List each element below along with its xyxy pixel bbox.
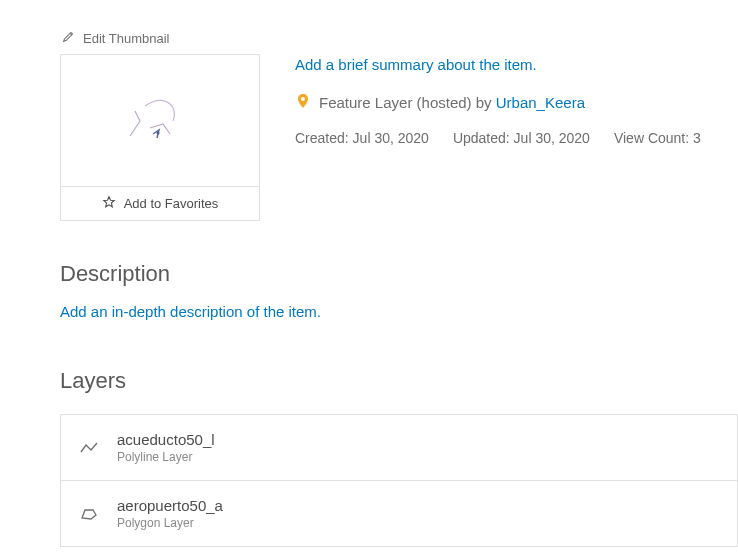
layer-type: Polyline Layer — [117, 450, 215, 464]
layer-row[interactable]: acueducto50_l Polyline Layer — [60, 414, 738, 481]
updated-value: Jul 30, 2020 — [514, 130, 590, 146]
favorites-label: Add to Favorites — [124, 196, 219, 211]
layer-name: aeropuerto50_a — [117, 497, 223, 514]
layer-type: Polygon Layer — [117, 516, 223, 530]
add-to-favorites-button[interactable]: Add to Favorites — [60, 187, 260, 221]
layers-heading: Layers — [60, 368, 738, 394]
edit-thumbnail-label: Edit Thumbnail — [83, 31, 169, 46]
pencil-icon — [62, 30, 75, 46]
polygon-icon — [79, 507, 99, 521]
feature-layer-icon — [295, 93, 311, 112]
thumbnail-preview[interactable] — [60, 54, 260, 187]
created-value: Jul 30, 2020 — [353, 130, 429, 146]
add-description-link[interactable]: Add an in-depth description of the item. — [60, 303, 738, 320]
thumbnail-image — [115, 86, 205, 156]
created-label: Created: — [295, 130, 349, 146]
star-icon — [102, 195, 116, 212]
svg-point-0 — [157, 131, 160, 134]
add-summary-link[interactable]: Add a brief summary about the item. — [295, 56, 701, 73]
polyline-icon — [79, 441, 99, 455]
updated-label: Updated: — [453, 130, 510, 146]
svg-point-1 — [301, 97, 305, 101]
layer-row[interactable]: aeropuerto50_a Polygon Layer — [60, 480, 738, 547]
edit-thumbnail-button[interactable]: Edit Thumbnail — [60, 30, 265, 46]
owner-link[interactable]: Urban_Keera — [496, 94, 585, 111]
description-heading: Description — [60, 261, 738, 287]
item-type-label: Feature Layer (hosted) — [319, 94, 472, 111]
by-label: by — [476, 94, 492, 111]
viewcount-label: View Count: — [614, 130, 689, 146]
layer-name: acueducto50_l — [117, 431, 215, 448]
viewcount-value: 3 — [693, 130, 701, 146]
